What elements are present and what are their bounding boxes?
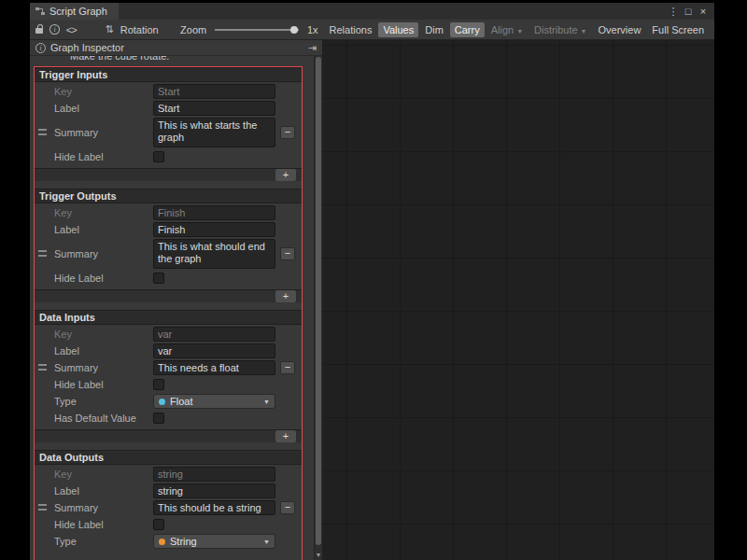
graph-canvas[interactable] (322, 40, 714, 560)
summary-label: Summary (54, 502, 153, 513)
toolbar-buttons: Relations Values Dim Carry Align▼ Distri… (325, 22, 709, 37)
rotation-label: Rotation (120, 24, 159, 35)
button-label: Carry (455, 24, 480, 35)
dock-icon[interactable]: ⇥ (308, 42, 317, 54)
summary-label: Summary (54, 248, 153, 259)
label-row: Label Start (35, 101, 302, 116)
values-button[interactable]: Values (378, 22, 418, 37)
section-title: Data Inputs (35, 310, 302, 325)
label-field[interactable]: var (153, 343, 275, 358)
type-label: Type (54, 536, 153, 547)
chevron-down-icon: ▼ (263, 399, 270, 405)
key-field: string (153, 467, 275, 482)
drag-handle-icon[interactable] (38, 129, 47, 135)
rotation-icon: ⇅ (106, 23, 114, 35)
section-trigger-inputs: Trigger Inputs Key Start Label Start (35, 67, 302, 181)
has-default-value-checkbox[interactable] (153, 413, 164, 424)
has-default-value-row: Has Default Value (35, 411, 302, 426)
summary-row: Summary This is what should end the grap… (35, 239, 302, 269)
type-value: String (170, 536, 197, 547)
unity-window: Script Graph ⋮ □ × i <> ⇅ Rotation Zoom … (30, 3, 714, 560)
hide-label-label: Hide Label (54, 151, 153, 162)
hide-label-row: Hide Label (35, 149, 302, 164)
summary-field[interactable]: This needs a float (153, 360, 275, 375)
graph-description-clipped: Make the cube rotate. (30, 56, 314, 66)
hide-label-checkbox[interactable] (153, 379, 164, 390)
summary-field[interactable]: This is what starts the graph (153, 118, 275, 147)
summary-field[interactable]: This should be a string (153, 500, 275, 515)
add-item-button[interactable]: + (275, 290, 296, 302)
zoom-slider[interactable] (215, 29, 299, 31)
hide-label-checkbox[interactable] (153, 151, 164, 162)
inspector-header: i Graph Inspector ⇥ (30, 40, 322, 56)
key-label: Key (54, 469, 153, 480)
type-row: Type String ▼ (35, 534, 302, 549)
info-icon[interactable]: i (49, 24, 59, 35)
section-trigger-outputs: Trigger Outputs Key Finish Label Finish (35, 189, 302, 302)
hide-label-label: Hide Label (54, 273, 153, 284)
label-field[interactable]: Start (153, 101, 275, 116)
zoom-slider-handle[interactable] (290, 26, 298, 34)
remove-item-button[interactable]: − (280, 126, 295, 139)
summary-field[interactable]: This is what should end the graph (153, 239, 275, 269)
type-row: Type Float ▼ (35, 394, 302, 409)
zoom-value: 1x (307, 24, 318, 35)
has-default-value-label: Has Default Value (54, 413, 153, 424)
add-item-button[interactable]: + (275, 430, 296, 442)
graph-toolbar: i <> ⇅ Rotation Zoom 1x Relations Values… (30, 20, 714, 40)
section-data-outputs: Data Outputs Key string Label string (35, 450, 302, 549)
inspector-scrollbar[interactable]: ▼ (314, 56, 322, 560)
fullscreen-button[interactable]: Full Screen (647, 22, 709, 37)
carry-button[interactable]: Carry (450, 22, 485, 37)
key-row: Key Finish (35, 205, 302, 220)
section-title: Trigger Inputs (35, 67, 302, 82)
graph-description-text: Make the cube rotate. (70, 56, 169, 62)
type-dropdown[interactable]: Float ▼ (153, 394, 275, 409)
button-label: Align (491, 24, 514, 35)
tab-script-graph[interactable]: Script Graph (30, 3, 119, 20)
summary-row: Summary This needs a float − (35, 360, 302, 375)
scroll-down-icon[interactable]: ▼ (315, 552, 322, 558)
section-title: Trigger Outputs (35, 189, 302, 203)
key-label: Key (54, 207, 153, 218)
align-button[interactable]: Align▼ (486, 22, 528, 37)
summary-row: Summary This is what starts the graph − (35, 118, 302, 147)
remove-item-button[interactable]: − (280, 361, 295, 374)
add-item-bar: + (35, 429, 302, 442)
maximize-icon[interactable]: □ (681, 6, 696, 17)
drag-handle-icon[interactable] (38, 504, 47, 511)
label-row: Label Finish (35, 222, 302, 237)
label-field[interactable]: Finish (153, 222, 275, 237)
button-label: Full Screen (652, 24, 704, 35)
relations-button[interactable]: Relations (325, 22, 377, 37)
close-icon[interactable]: × (696, 6, 711, 17)
scrollbar-thumb[interactable] (316, 57, 321, 545)
key-row: Key var (35, 327, 302, 342)
label-field[interactable]: string (153, 483, 275, 498)
section-title: Data Outputs (35, 450, 302, 465)
lock-icon[interactable] (35, 28, 43, 34)
inspector-title: Graph Inspector (50, 42, 124, 53)
chevron-down-icon: ▼ (516, 28, 523, 35)
menu-icon[interactable]: ⋮ (666, 6, 681, 18)
hide-label-row: Hide Label (35, 271, 302, 286)
hide-label-checkbox[interactable] (153, 519, 164, 530)
button-label: Values (383, 24, 414, 35)
zoom-label: Zoom (180, 24, 206, 35)
remove-item-button[interactable]: − (280, 501, 295, 514)
drag-handle-icon[interactable] (38, 250, 47, 257)
label-label: Label (54, 485, 153, 497)
type-dropdown[interactable]: String ▼ (153, 534, 275, 549)
distribute-button[interactable]: Distribute▼ (529, 22, 591, 37)
add-item-button[interactable]: + (275, 169, 296, 181)
inspector-body: Make the cube rotate. Trigger Inputs Key… (30, 56, 322, 560)
selection-highlight-border: Trigger Inputs Key Start Label Start (34, 66, 303, 560)
hide-label-checkbox[interactable] (153, 273, 164, 284)
chevron-down-icon: ▼ (581, 28, 587, 35)
code-icon[interactable]: <> (66, 24, 77, 35)
drag-handle-icon[interactable] (38, 364, 47, 371)
overview-button[interactable]: Overview (594, 22, 646, 37)
remove-item-button[interactable]: − (280, 247, 295, 260)
hide-label-row: Hide Label (35, 517, 302, 532)
dim-button[interactable]: Dim (420, 22, 448, 37)
